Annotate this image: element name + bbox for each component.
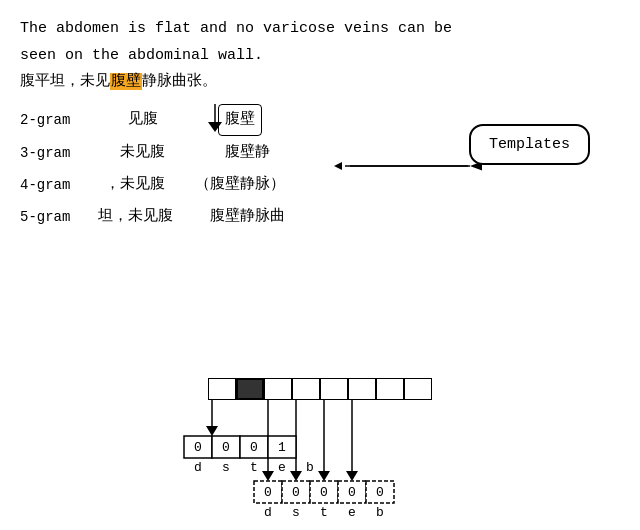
svg-text:0: 0 <box>320 485 328 500</box>
chinese-line: 腹平坦，未见腹壁静脉曲张。 <box>20 71 620 90</box>
chinese-suffix: 静脉曲张。 <box>142 73 217 90</box>
svg-text:s: s <box>292 505 300 520</box>
svg-marker-12 <box>262 471 274 481</box>
ngram-label-5: 5-gram <box>20 203 90 231</box>
svg-text:1: 1 <box>278 440 286 455</box>
svg-text:d: d <box>264 505 272 520</box>
svg-text:b: b <box>376 505 384 520</box>
ngram-row-4gram: 4-gram ，未见腹 （腹壁静脉） <box>20 170 620 200</box>
svg-text:0: 0 <box>250 440 258 455</box>
ngram-label-4: 4-gram <box>20 171 90 199</box>
ngram-row-5gram: 5-gram 坦，未见腹 腹壁静脉曲 <box>20 202 620 232</box>
svg-text:0: 0 <box>222 440 230 455</box>
svg-marker-15 <box>346 471 358 481</box>
solid-cells-group: 0 0 0 1 d s t e b <box>184 436 314 475</box>
top-cell-3 <box>292 378 320 400</box>
svg-text:t: t <box>250 460 258 475</box>
ngram-label-2: 2-gram <box>20 106 90 134</box>
svg-text:e: e <box>348 505 356 520</box>
ngram-text-4: ，未见腹 <box>90 170 180 200</box>
ngram-match-2: 腹壁 <box>180 104 300 136</box>
top-cell-2 <box>264 378 292 400</box>
top-array <box>208 378 432 400</box>
chinese-prefix: 腹平坦，未见 <box>20 73 110 90</box>
svg-text:s: s <box>222 460 230 475</box>
top-cell-4 <box>320 378 348 400</box>
ngram-text-5: 坦，未见腹 <box>90 202 180 232</box>
svg-text:t: t <box>320 505 328 520</box>
ngram-text-2: 见腹 <box>90 105 180 135</box>
top-cell-1 <box>236 378 264 400</box>
ngram-match-4: （腹壁静脉） <box>180 170 300 200</box>
svg-marker-7 <box>206 426 218 436</box>
svg-text:0: 0 <box>264 485 272 500</box>
diagram-section: 0 0 0 1 d s t e b 0 <box>170 378 470 520</box>
svg-text:0: 0 <box>376 485 384 500</box>
top-cell-5 <box>348 378 376 400</box>
match-box-2: 腹壁 <box>218 104 262 136</box>
ngram-match-5: 腹壁静脉曲 <box>180 202 300 232</box>
diagram-arrows-svg: 0 0 0 1 d s t e b 0 <box>170 400 470 520</box>
ngram-section: 2-gram 见腹 腹壁 3-gram 未见腹 腹壁静 4-gram ，未见腹 … <box>20 104 620 234</box>
svg-text:0: 0 <box>194 440 202 455</box>
ngram-match-3: 腹壁静 <box>180 138 300 168</box>
page: The abdomen is flat and no varicose vein… <box>0 0 640 530</box>
templates-box: Templates <box>469 124 590 165</box>
svg-text:e: e <box>278 460 286 475</box>
svg-text:d: d <box>194 460 202 475</box>
svg-marker-14 <box>318 471 330 481</box>
svg-text:b: b <box>306 460 314 475</box>
chinese-highlight: 腹壁 <box>110 73 142 90</box>
top-cell-6 <box>376 378 404 400</box>
svg-marker-13 <box>290 471 302 481</box>
top-cell-0 <box>208 378 236 400</box>
top-cell-7 <box>404 378 432 400</box>
svg-text:0: 0 <box>292 485 300 500</box>
english-line2: seen on the abdominal wall. <box>20 45 620 68</box>
ngram-label-3: 3-gram <box>20 139 90 167</box>
ngram-text-3: 未见腹 <box>90 138 180 168</box>
english-line1: The abdomen is flat and no varicose vein… <box>20 18 620 41</box>
templates-label: Templates <box>489 136 570 153</box>
svg-text:0: 0 <box>348 485 356 500</box>
dashed-cells-group: 0 0 0 0 0 d s t e b <box>254 481 394 520</box>
